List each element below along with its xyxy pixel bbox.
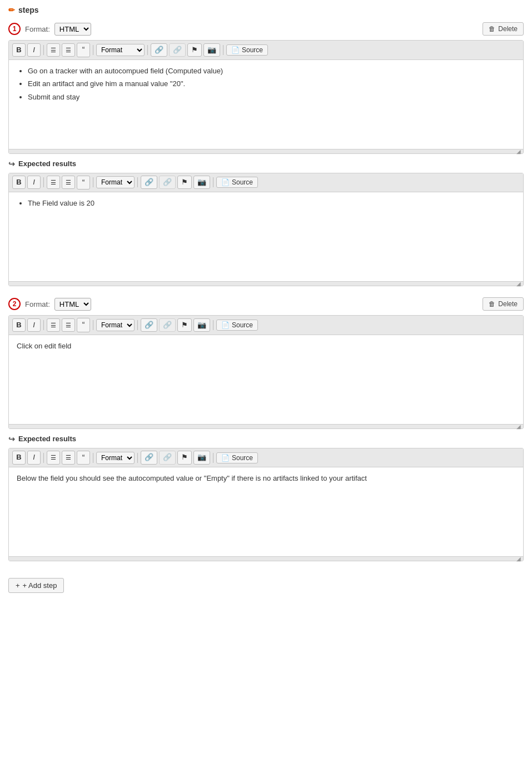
s2-resize-icon: ◢ — [516, 423, 521, 430]
step-2-exp-divider-1 — [43, 453, 44, 463]
step-1-expected-content[interactable]: The Field value is 20 — [9, 192, 523, 281]
step-1-header-left: 1 Format: HTML Text — [8, 23, 91, 36]
step-1-exp-flag-button[interactable]: ⚑ — [177, 176, 192, 189]
title-text: steps — [18, 6, 39, 14]
step-1-exp-quote-button[interactable]: “ — [77, 176, 90, 190]
step-2-header: 2 Format: HTML Text 🗑 Delete — [8, 297, 524, 311]
step-1-format-label: Format: — [25, 25, 50, 33]
step-1-delete-button[interactable]: 🗑 Delete — [483, 22, 524, 36]
image-icon: 📷 — [207, 46, 216, 54]
step-1-format-select[interactable]: HTML Text — [54, 23, 91, 36]
step-2-divider-2 — [93, 320, 93, 330]
step-2-quote-button[interactable]: “ — [77, 318, 90, 332]
step-1-exp-italic-button[interactable]: I — [27, 176, 41, 189]
step-1-exp-divider-4 — [213, 177, 213, 187]
step-1-resize-handle[interactable]: ◢ — [9, 149, 523, 153]
step-1-exp-resize-handle[interactable]: ◢ — [9, 281, 523, 286]
step-1-header: 1 Format: HTML Text 🗑 Delete — [8, 22, 524, 36]
step-1-exp-unordered-list-button[interactable]: ☰ — [62, 176, 75, 189]
step-2-resize-handle[interactable]: ◢ — [9, 424, 523, 428]
step-2-link-button[interactable]: 🔗 — [141, 318, 157, 332]
step-2-delete-button[interactable]: 🗑 Delete — [483, 297, 524, 311]
step-2-exp-source-button[interactable]: 📄 Source — [216, 452, 258, 463]
step-1-editor: B I ☰ ☰ “ Format Paragraph Heading 1 🔗 🔗 — [8, 40, 524, 154]
step-1-exp-divider-1 — [43, 177, 44, 187]
step-2-expected-label: ↪ Expected results — [8, 435, 524, 443]
step-1-exp-bold-button[interactable]: B — [12, 176, 26, 189]
s2-exp-link-icon: 🔗 — [145, 453, 153, 461]
step-2-expected-content[interactable]: Below the field you should see the autoc… — [9, 467, 523, 556]
step-1-toolbar: B I ☰ ☰ “ Format Paragraph Heading 1 🔗 🔗 — [9, 41, 523, 60]
step-2-exp-ordered-list-button[interactable]: ☰ — [47, 451, 60, 464]
step-2-expected-editor: B I ☰ ☰ “ Format 🔗 🔗 ⚑ — [8, 448, 524, 562]
step-1-exp-unlink-button[interactable]: 🔗 — [159, 176, 176, 189]
step-2-exp-unordered-list-button[interactable]: ☰ — [62, 451, 75, 464]
step-2-exp-bold-button[interactable]: B — [12, 451, 26, 464]
s2-exp-resize-icon: ◢ — [516, 556, 521, 562]
step-2-exp-link-button[interactable]: 🔗 — [141, 451, 157, 464]
step-2-toolbar: B I ☰ ☰ “ Format 🔗 🔗 ⚑ — [9, 316, 523, 335]
step-1-content[interactable]: Go on a tracker with an autocompued fiel… — [9, 60, 523, 149]
step-1-content-item-1: Edit an artifact and give him a manual v… — [28, 78, 515, 90]
step-2-italic-button[interactable]: I — [27, 318, 41, 332]
step-1-ordered-list-button[interactable]: ☰ — [47, 43, 60, 57]
step-2-exp-format-dropdown[interactable]: Format — [96, 452, 135, 464]
step-2-exp-image-button[interactable]: 📷 — [193, 451, 210, 464]
step-1-toolbar-divider-1 — [43, 45, 44, 55]
step-2-exp-divider-2 — [93, 453, 93, 463]
step-2-format-select[interactable]: HTML Text — [54, 298, 91, 311]
step-2-exp-flag-button[interactable]: ⚑ — [177, 451, 192, 464]
plus-icon: + — [16, 581, 20, 590]
step-2-format-dropdown[interactable]: Format — [96, 319, 135, 331]
step-1-exp-source-button[interactable]: 📄 Source — [216, 177, 258, 188]
step-1-exp-divider-2 — [93, 177, 93, 187]
step-1-toolbar-divider-2 — [93, 45, 93, 55]
step-1-block: 1 Format: HTML Text 🗑 Delete B I ☰ ☰ “ — [8, 22, 524, 286]
step-2-exp-unlink-button[interactable]: 🔗 — [159, 451, 176, 464]
step-2-exp-resize-handle[interactable]: ◢ — [9, 556, 523, 561]
step-2-flag-button[interactable]: ⚑ — [177, 318, 192, 332]
s2-source-icon: 📄 — [221, 321, 230, 329]
exp-resize-icon: ◢ — [516, 281, 521, 287]
step-2-divider-1 — [43, 320, 44, 330]
link-icon: 🔗 — [155, 46, 163, 54]
step-1-exp-format-dropdown[interactable]: Format — [96, 176, 135, 188]
s2-image-icon: 📷 — [197, 321, 206, 329]
s2-exp-unlink-icon: 🔗 — [163, 453, 172, 461]
add-step-button[interactable]: + + Add step — [8, 578, 64, 593]
flag-icon: ⚑ — [191, 46, 198, 54]
step-1-exp-image-button[interactable]: 📷 — [193, 176, 210, 189]
step-2-content[interactable]: Click on edit field — [9, 335, 523, 424]
step-2-exp-italic-button[interactable]: I — [27, 451, 41, 464]
step-2-number: 2 — [8, 298, 21, 310]
step-1-exp-ordered-list-button[interactable]: ☰ — [47, 176, 60, 189]
unlink-icon: 🔗 — [173, 46, 182, 54]
step-2-exp-quote-button[interactable]: “ — [77, 451, 90, 465]
step-1-source-button[interactable]: 📄 Source — [226, 44, 268, 56]
pencil-icon: ✏ — [8, 6, 15, 14]
step-1-exp-item-0: The Field value is 20 — [28, 198, 515, 210]
step-2-expected-toolbar: B I ☰ ☰ “ Format 🔗 🔗 ⚑ — [9, 448, 523, 468]
step-1-unordered-list-button[interactable]: ☰ — [62, 43, 75, 57]
step-1-format-dropdown[interactable]: Format Paragraph Heading 1 — [96, 44, 145, 56]
step-2-unordered-list-button[interactable]: ☰ — [62, 318, 75, 332]
step-1-image-button[interactable]: 📷 — [203, 43, 220, 57]
step-1-quote-button[interactable]: “ — [77, 43, 90, 57]
exp-source-icon: 📄 — [221, 178, 230, 186]
step-2-bold-button[interactable]: B — [12, 318, 26, 332]
step-1-expected-editor: B I ☰ ☰ “ Format 🔗 🔗 ⚑ — [8, 173, 524, 287]
step-1-toolbar-divider-4 — [223, 45, 223, 55]
step-2-image-button[interactable]: 📷 — [193, 318, 210, 332]
step-1-exp-link-button[interactable]: 🔗 — [141, 176, 157, 189]
step-2-divider-3 — [137, 320, 138, 330]
step-1-flag-button[interactable]: ⚑ — [187, 43, 202, 57]
step-2-exp-divider-4 — [213, 453, 213, 463]
step-2-ordered-list-button[interactable]: ☰ — [47, 318, 60, 332]
step-1-unlink-button[interactable]: 🔗 — [169, 43, 186, 57]
step-1-bold-button[interactable]: B — [12, 43, 26, 57]
step-2-source-button[interactable]: 📄 Source — [216, 320, 258, 331]
step-2-unlink-button[interactable]: 🔗 — [159, 318, 176, 332]
source-icon: 📄 — [231, 46, 240, 54]
step-1-link-button[interactable]: 🔗 — [151, 43, 167, 57]
step-1-italic-button[interactable]: I — [27, 43, 41, 57]
